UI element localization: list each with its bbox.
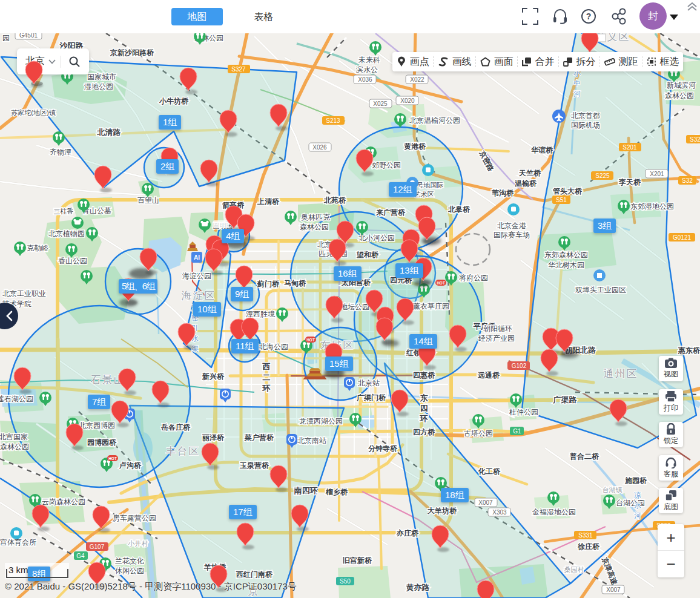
- svg-text:惠东桥: 惠东桥: [678, 346, 700, 355]
- svg-text:上清桥: 上清桥: [257, 197, 280, 206]
- svg-text:龙潭西湖公园: 龙潭西湖公园: [299, 417, 343, 426]
- svg-text:北京温榆河公园: 北京温榆河公园: [409, 116, 460, 125]
- svg-text:分钟寺桥: 分钟寺桥: [368, 444, 398, 453]
- svg-text:G0121: G0121: [673, 234, 691, 241]
- svg-text:四惠桥: 四惠桥: [413, 371, 435, 380]
- svg-text:北清路: 北清路: [97, 128, 122, 137]
- svg-text:HOT: HOT: [306, 338, 315, 342]
- svg-text:京新沙阳路桥: 京新沙阳路桥: [110, 48, 154, 57]
- svg-text:北京金港: 北京金港: [497, 222, 526, 230]
- svg-text:G102: G102: [512, 363, 527, 369]
- svg-text:休闲公园: 休闲公园: [115, 567, 144, 575]
- svg-text:广渠路: 广渠路: [553, 395, 578, 404]
- svg-text:X026: X026: [312, 144, 327, 151]
- svg-text:滨水公: 滨水公: [356, 65, 378, 74]
- svg-text:房车露营公园: 房车露营公园: [113, 514, 156, 522]
- svg-text:北京植物园: 北京植物园: [48, 229, 85, 238]
- svg-text:四方桥: 四方桥: [413, 428, 435, 436]
- svg-text:东郊湿地公园: 东郊湿地公园: [630, 202, 674, 211]
- svg-text:S51: S51: [556, 197, 567, 203]
- svg-text:南四环: 南四环: [294, 486, 318, 495]
- svg-text:西红门南桥: 西红门南桥: [236, 570, 273, 579]
- svg-text:台湖镇: 台湖镇: [603, 486, 622, 493]
- svg-text:化工桥: 化工桥: [478, 467, 501, 476]
- svg-text:艺术区: 艺术区: [414, 191, 434, 198]
- svg-text:玉泉营桥: 玉泉营桥: [239, 461, 269, 470]
- svg-text:国际机场: 国际机场: [571, 121, 600, 130]
- svg-text:环: 环: [420, 414, 428, 423]
- svg-text:李天桥: 李天桥: [618, 178, 641, 186]
- svg-text:古塔公园: 古塔公园: [464, 429, 493, 438]
- svg-text:双埠头工业园区: 双埠头工业园区: [575, 286, 626, 294]
- svg-text:小井村: 小井村: [128, 540, 148, 547]
- svg-text:北京首都: 北京首都: [571, 111, 600, 120]
- svg-text:国际赛车场: 国际赛车场: [494, 231, 530, 239]
- svg-text:温榆桥: 温榆桥: [515, 179, 537, 188]
- svg-text:北京南站: 北京南站: [297, 436, 326, 445]
- svg-text:奥林匹克: 奥林匹克: [301, 213, 331, 222]
- svg-text:广渠门桥: 广渠门桥: [356, 393, 386, 402]
- svg-text:蓟门桥: 蓟门桥: [257, 280, 280, 288]
- svg-text:通州区: 通州区: [604, 368, 638, 380]
- svg-text:北京工业职业: 北京工业职业: [2, 289, 46, 298]
- svg-text:东: 东: [420, 393, 429, 402]
- svg-text:河: 河: [573, 90, 581, 98]
- svg-text:菜户营桥: 菜户营桥: [244, 433, 274, 442]
- svg-text:环: 环: [262, 384, 271, 393]
- svg-text:杜仲公园: 杜仲公园: [509, 408, 538, 416]
- svg-text:X022: X022: [410, 76, 424, 83]
- svg-text:S327: S327: [231, 66, 246, 73]
- svg-text:海淀公园: 海淀公园: [182, 272, 211, 280]
- svg-text:丽泽桥: 丽泽桥: [202, 433, 225, 442]
- svg-text:四: 四: [420, 404, 428, 413]
- svg-text:潭西胜境: 潭西胜境: [246, 310, 275, 318]
- svg-text:大羊坊桥: 大羊坊桥: [428, 507, 457, 515]
- svg-text:森林公园: 森林公园: [300, 223, 329, 231]
- svg-text:旧宫新桥: 旧宫新桥: [343, 556, 372, 565]
- svg-text:北苑桥: 北苑桥: [323, 196, 346, 205]
- svg-text:北海公园: 北海公园: [259, 343, 288, 351]
- svg-text:园: 园: [2, 34, 10, 42]
- svg-text:X007: X007: [478, 499, 493, 506]
- svg-text:小牛坊桥: 小牛坊桥: [159, 97, 189, 105]
- svg-text:望和桥: 望和桥: [356, 251, 379, 259]
- svg-text:X036: X036: [358, 76, 372, 83]
- svg-text:北小河公园: 北小河公园: [358, 234, 395, 242]
- svg-text:S50: S50: [340, 578, 351, 585]
- svg-text:经济产业园: 经济产业园: [478, 334, 515, 343]
- svg-text:X201: X201: [650, 171, 664, 177]
- svg-text:S32: S32: [690, 136, 700, 143]
- svg-text:X303: X303: [492, 509, 507, 516]
- svg-text:东郊森林公园: 东郊森林公园: [544, 251, 588, 259]
- svg-text:G1: G1: [513, 428, 521, 435]
- svg-text:来广营桥: 来广营桥: [375, 208, 406, 217]
- svg-text:齐物潭: 齐物潭: [50, 148, 71, 156]
- svg-text:AI: AI: [194, 254, 200, 261]
- svg-text:香山公园: 香山公园: [58, 257, 87, 265]
- svg-text:河: 河: [634, 511, 641, 520]
- svg-text:S225: S225: [595, 172, 610, 179]
- svg-text:管头大桥: 管头大桥: [552, 187, 583, 196]
- svg-text:HOT: HOT: [437, 281, 445, 285]
- svg-text:百望山: 百望山: [137, 196, 159, 205]
- svg-text:中: 中: [573, 79, 581, 88]
- svg-text:新城滨河: 新城滨河: [667, 81, 696, 90]
- svg-text:北皋桥: 北皋桥: [447, 205, 471, 214]
- svg-text:S32: S32: [682, 177, 693, 184]
- svg-text:普合二桥: 普合二桥: [569, 452, 599, 461]
- svg-text:X007: X007: [606, 586, 621, 593]
- svg-text:将府公园: 将府公园: [459, 274, 488, 282]
- svg-text:云岗森林公园: 云岗森林公园: [42, 498, 85, 506]
- svg-text:黄港桥: 黄港桥: [404, 142, 426, 151]
- svg-text:黄亦路: 黄亦路: [406, 583, 431, 592]
- svg-text:森林公园: 森林公园: [0, 442, 29, 451]
- svg-text:施园桥: 施园桥: [624, 476, 647, 485]
- svg-text:北京园博园: 北京园博园: [79, 421, 115, 430]
- svg-text:G107: G107: [90, 544, 105, 550]
- svg-text:徐庄桥: 徐庄桥: [577, 542, 600, 551]
- svg-text:国家城市: 国家城市: [87, 73, 116, 81]
- svg-text:二: 二: [263, 373, 271, 382]
- svg-text:凉: 凉: [634, 491, 641, 499]
- svg-text:桑园村: 桑园村: [564, 566, 584, 573]
- svg-text:金福湿地公园: 金福湿地公园: [532, 508, 576, 516]
